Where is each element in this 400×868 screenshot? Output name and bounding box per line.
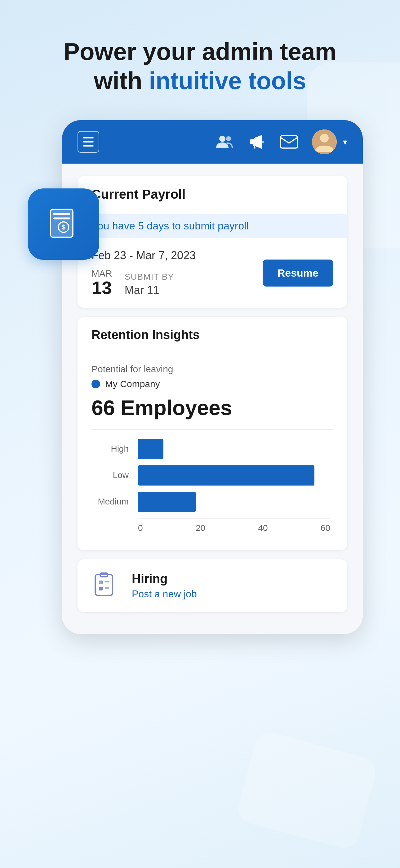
hiring-card: Hiring Post a new job bbox=[77, 559, 347, 612]
hero-title-line2-prefix: with bbox=[94, 67, 149, 94]
hiring-title: Hiring bbox=[132, 572, 197, 586]
svg-rect-10 bbox=[280, 136, 297, 148]
mail-icon[interactable] bbox=[280, 135, 298, 149]
svg-point-6 bbox=[226, 136, 231, 141]
menu-button[interactable] bbox=[77, 131, 99, 153]
payroll-header: Current Payroll bbox=[77, 176, 347, 214]
chart-x-axis: 0 20 40 60 bbox=[138, 518, 330, 533]
hiring-text: Hiring Post a new job bbox=[132, 572, 197, 600]
resume-button[interactable]: Resume bbox=[263, 259, 333, 286]
svg-rect-13 bbox=[95, 574, 112, 595]
payroll-card: Current Payroll You have 5 days to submi… bbox=[77, 176, 347, 308]
submit-by-date: Mar 11 bbox=[125, 284, 174, 297]
submit-by-label: SUBMIT BY bbox=[125, 272, 174, 282]
chart-row-medium: Medium bbox=[95, 492, 330, 512]
retention-card: Retention Insights Potential for leaving… bbox=[77, 317, 347, 550]
chart-bar-area-high bbox=[138, 439, 330, 459]
phone-mockup: $ bbox=[37, 120, 363, 634]
retention-chart: High Low bbox=[92, 439, 333, 539]
retention-body: Potential for leaving My Company 66 Empl… bbox=[77, 353, 347, 550]
avatar-image bbox=[312, 129, 337, 154]
hero-title: Power your admin team with intuitive too… bbox=[64, 37, 336, 95]
retention-header: Retention Insights bbox=[77, 317, 347, 353]
chart-label-low: Low bbox=[95, 470, 138, 480]
payroll-title: Current Payroll bbox=[92, 187, 333, 202]
hamburger-line-3 bbox=[83, 145, 94, 147]
people-icon[interactable] bbox=[216, 134, 235, 150]
chart-label-medium: Medium bbox=[95, 497, 138, 507]
chart-row-low: Low bbox=[95, 465, 330, 486]
potential-label: Potential for leaving bbox=[92, 364, 333, 374]
chart-bar-medium bbox=[138, 492, 196, 512]
payroll-month-label: MAR bbox=[92, 268, 112, 279]
x-label-60: 60 bbox=[321, 523, 330, 533]
svg-rect-18 bbox=[104, 587, 109, 589]
submit-by-section: SUBMIT BY Mar 11 bbox=[125, 272, 174, 297]
hamburger-line-2 bbox=[83, 141, 94, 143]
payroll-detail: Feb 23 - Mar 7, 2023 MAR 13 SUBMIT BY Ma… bbox=[77, 238, 347, 308]
svg-point-19 bbox=[99, 581, 102, 584]
payroll-date-range: Feb 23 - Mar 7, 2023 bbox=[92, 249, 196, 262]
megaphone-icon[interactable] bbox=[249, 134, 266, 150]
payroll-left: Feb 23 - Mar 7, 2023 MAR 13 SUBMIT BY Ma… bbox=[92, 249, 196, 297]
payroll-month: MAR 13 bbox=[92, 268, 112, 297]
chart-label-high: High bbox=[95, 444, 138, 454]
bg-decoration-bottom bbox=[235, 729, 379, 851]
svg-rect-7 bbox=[250, 140, 254, 144]
hiring-icon-wrapper bbox=[92, 572, 120, 600]
employee-count: 66 Employees bbox=[92, 396, 333, 420]
payroll-day: 13 bbox=[92, 279, 112, 297]
chart-bar-high bbox=[138, 439, 163, 459]
post-job-link[interactable]: Post a new job bbox=[132, 588, 197, 600]
nav-bar: ▾ bbox=[62, 120, 363, 164]
hero-title-highlight: intuitive tools bbox=[149, 67, 306, 94]
svg-rect-1 bbox=[53, 213, 70, 215]
x-label-20: 20 bbox=[196, 523, 205, 533]
svg-text:$: $ bbox=[62, 223, 65, 231]
company-row: My Company bbox=[92, 379, 333, 389]
svg-point-5 bbox=[219, 136, 226, 142]
svg-rect-17 bbox=[99, 587, 103, 590]
payroll-info-row: MAR 13 SUBMIT BY Mar 11 bbox=[92, 268, 196, 297]
payroll-floating-icon: $ bbox=[28, 188, 99, 260]
svg-rect-2 bbox=[53, 218, 70, 219]
svg-point-12 bbox=[320, 134, 329, 143]
avatar bbox=[312, 129, 337, 154]
avatar-chevron: ▾ bbox=[343, 137, 347, 147]
svg-point-9 bbox=[262, 141, 264, 143]
phone-frame: ▾ Current Payroll You have 5 days to sub… bbox=[62, 120, 363, 634]
chart-row-high: High bbox=[95, 439, 330, 459]
main-content: Current Payroll You have 5 days to submi… bbox=[62, 164, 363, 634]
company-dot-indicator bbox=[92, 380, 100, 389]
divider bbox=[92, 429, 333, 430]
user-menu[interactable]: ▾ bbox=[312, 129, 347, 154]
hamburger-line-1 bbox=[83, 137, 94, 138]
chart-bar-area-medium bbox=[138, 492, 330, 512]
x-label-0: 0 bbox=[138, 523, 143, 533]
company-name: My Company bbox=[105, 379, 160, 389]
svg-rect-16 bbox=[104, 581, 109, 582]
payroll-alert-banner: You have 5 days to submit payroll bbox=[77, 214, 347, 238]
chart-bars-area: High Low bbox=[95, 439, 330, 518]
chart-bar-low bbox=[138, 465, 314, 486]
retention-title: Retention Insights bbox=[92, 328, 333, 342]
chart-x-labels: 0 20 40 60 bbox=[138, 523, 330, 533]
hiring-icon bbox=[92, 572, 120, 600]
hero-title-line1: Power your admin team bbox=[64, 38, 336, 65]
nav-right-icons: ▾ bbox=[216, 129, 347, 154]
chart-bar-area-low bbox=[138, 465, 330, 486]
x-label-40: 40 bbox=[258, 523, 268, 533]
